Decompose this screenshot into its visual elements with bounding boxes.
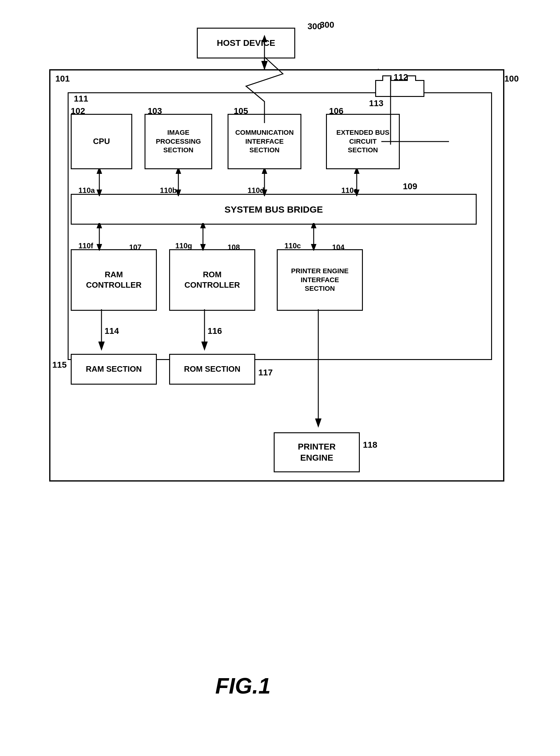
fig-label: FIG.1 bbox=[215, 673, 271, 698]
system-bus-bridge-box: SYSTEM BUS BRIDGE bbox=[71, 194, 477, 225]
line-112-extbus bbox=[381, 77, 400, 148]
rom-section-box: ROM SECTION bbox=[169, 354, 255, 385]
label-118: 118 bbox=[363, 440, 377, 450]
label-116: 116 bbox=[207, 326, 222, 336]
arrow-extbus-bus bbox=[349, 169, 364, 196]
label-110g: 110g bbox=[175, 241, 192, 250]
printer-engine-box: PRINTERENGINE bbox=[274, 432, 360, 472]
arrow-imgproc-bus bbox=[171, 169, 186, 196]
label-117: 117 bbox=[258, 368, 273, 377]
label-109: 109 bbox=[403, 181, 417, 191]
arrow-pengiface-bus bbox=[306, 223, 321, 251]
label-110c: 110c bbox=[284, 241, 301, 250]
diagram: 300 HOST DEVICE 300 100 101 111 112 113 … bbox=[31, 15, 529, 723]
label-100: 100 bbox=[504, 74, 519, 84]
rom-controller-box: ROMCONTROLLER bbox=[169, 249, 255, 311]
label-110f: 110f bbox=[78, 241, 93, 250]
label-114: 114 bbox=[104, 326, 119, 336]
ram-controller-box: RAMCONTROLLER bbox=[71, 249, 157, 311]
arrow-ramctrl-bus bbox=[92, 223, 107, 251]
ram-section-box: RAM SECTION bbox=[71, 354, 157, 385]
arrow-romctrl-bus bbox=[195, 223, 211, 251]
host-device-arrow bbox=[49, 28, 504, 138]
arrow-cpu-bus bbox=[92, 169, 107, 196]
arrow-printer-eng-iface-to-engine bbox=[309, 309, 327, 432]
label-107: 107 bbox=[129, 243, 141, 252]
printer-engine-interface-box: PRINTER ENGINEINTERFACESECTION bbox=[277, 249, 363, 311]
label-108: 108 bbox=[227, 243, 240, 252]
label-104: 104 bbox=[332, 243, 344, 252]
label-115: 115 bbox=[52, 360, 67, 370]
arrow-comm-bus bbox=[257, 169, 272, 196]
